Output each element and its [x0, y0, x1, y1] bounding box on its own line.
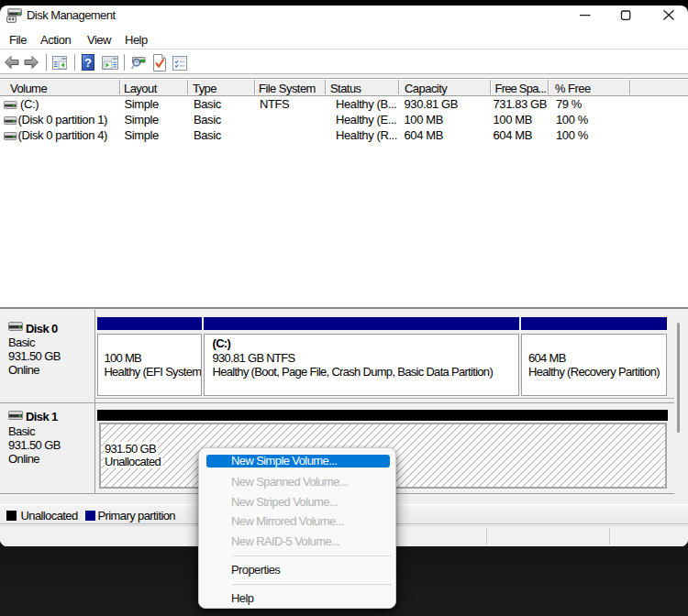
svg-text:?: ? — [84, 56, 92, 70]
